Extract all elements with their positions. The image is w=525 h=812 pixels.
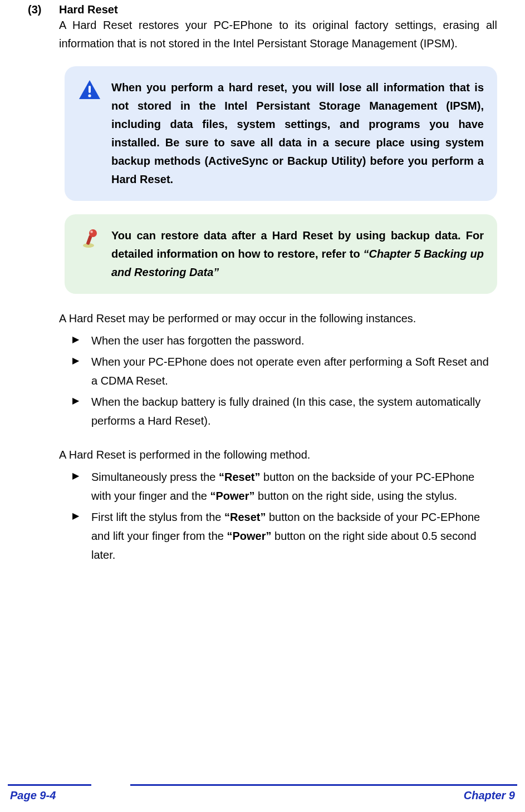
warning-text: When you perform a hard reset, you will … [111, 78, 484, 189]
list-item: Simultaneously press the “Reset” button … [72, 467, 497, 505]
footer-chapter: Chapter 9 [464, 789, 515, 802]
instances-lead: A Hard Reset may be performed or may occ… [59, 309, 497, 328]
pin-icon [78, 227, 101, 282]
section-title: Hard Reset [59, 3, 118, 16]
svg-point-5 [89, 229, 97, 237]
section-number: (3) [28, 3, 59, 16]
tip-callout: You can restore data after a Hard Reset … [65, 214, 497, 294]
svg-rect-1 [89, 86, 91, 93]
list-item: First lift the stylus from the “Reset” b… [72, 508, 497, 564]
svg-point-2 [88, 94, 91, 97]
method-lead: A Hard Reset is performed in the followi… [59, 446, 497, 464]
list-item: When your PC-EPhone does not operate eve… [72, 352, 497, 390]
warning-icon [78, 78, 101, 189]
tip-text: You can restore data after a Hard Reset … [111, 227, 484, 282]
list-item: When the user has forgotten the password… [72, 331, 497, 350]
footer-rule [8, 784, 517, 786]
warning-callout: When you perform a hard reset, you will … [65, 66, 497, 201]
section-heading: (3) Hard Reset [28, 3, 497, 16]
list-item: When the backup battery is fully drained… [72, 392, 497, 430]
page-footer: Page 9-4 Chapter 9 [0, 784, 525, 802]
method-list: Simultaneously press the “Reset” button … [72, 467, 497, 564]
footer-page: Page 9-4 [10, 789, 56, 802]
instances-list: When the user has forgotten the password… [72, 331, 497, 430]
svg-point-6 [90, 230, 93, 233]
intro-paragraph: A Hard Reset restores your PC-EPhone to … [59, 16, 497, 53]
